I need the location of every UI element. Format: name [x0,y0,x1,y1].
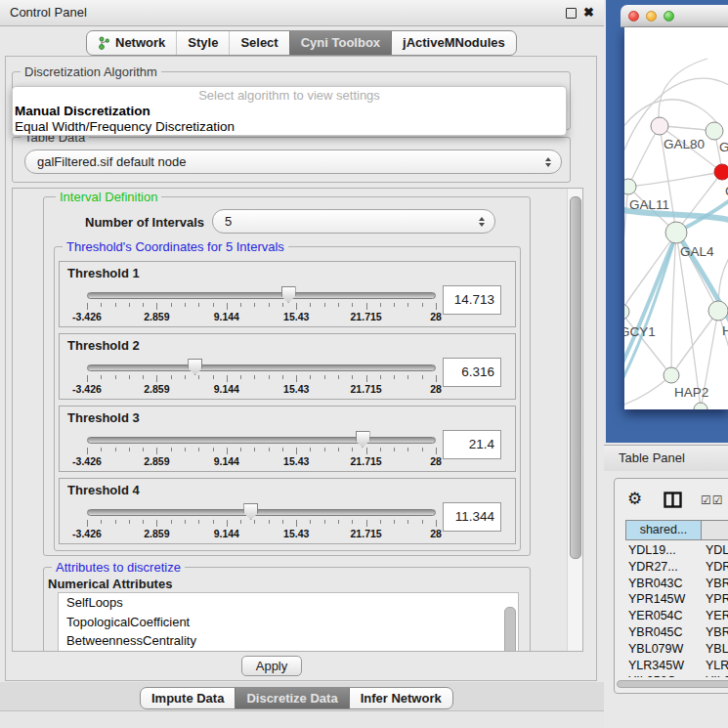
cell-name[interactable]: YIL0 [702,673,728,677]
tick-mark [171,520,172,524]
table-horizontal-scrollbar[interactable] [617,680,728,688]
tick-mark [156,448,157,454]
bottom-strip [0,711,604,728]
tick-mark [282,303,283,307]
cell-shared-name[interactable]: YER054C [625,608,702,624]
tick-mark [324,448,325,451]
threshold-value-field[interactable]: 21.4 [443,430,501,459]
network-node[interactable] [651,117,668,135]
close-icon[interactable]: ✖ [583,5,594,20]
tick-mark [171,375,172,379]
table-row[interactable]: YDR27...YDR2 [625,559,728,576]
algorithm-option-equal-width[interactable]: Equal Width/Frequency Discretization [13,119,566,135]
slider-track[interactable] [87,509,436,516]
table-data-group: Table Data galFiltered.sif default node [12,137,571,183]
minimize-traffic-light[interactable] [646,11,657,21]
settings-scrollbar-thumb[interactable] [570,196,581,559]
network-window-titlebar[interactable] [621,5,728,27]
cell-shared-name[interactable]: YDR27... [625,559,702,576]
table-row[interactable]: YBL079WYBL0 [625,641,728,658]
network-node[interactable] [624,179,636,194]
tick-mark [143,375,144,379]
cell-name[interactable]: YER0 [702,608,728,624]
table-panel-titlebar: Table Panel [604,445,728,471]
cell-shared-name[interactable]: YBR045C [625,624,702,641]
cell-shared-name[interactable]: YPR145W [625,591,702,608]
table-row[interactable]: YBR045CYBR0 [625,624,728,641]
list-item[interactable]: TopologicalCoefficient [59,613,518,632]
tab-impute-data[interactable]: Impute Data [141,688,235,708]
algorithm-option-manual[interactable]: Manual Discretization [13,104,566,119]
cell-name[interactable]: YDR2 [702,559,728,576]
slider-thumb[interactable] [188,359,202,375]
slider-track[interactable] [87,364,436,371]
gear-icon[interactable]: ⚙ [627,489,642,509]
tab-label: Select [240,31,278,55]
table-row[interactable]: YIL052CYIL0 [625,673,728,677]
num-intervals-combobox[interactable]: 5 [212,209,495,234]
network-canvas[interactable]: GAL80GACGAL11GAL4GCY1HHAP2 [624,27,728,409]
tick-mark [227,448,228,454]
column-header-name[interactable]: na [702,520,728,540]
slider-thumb[interactable] [281,286,296,303]
close-traffic-light[interactable] [628,11,639,21]
tick-mark [227,303,228,310]
slider-thumb[interactable] [356,431,370,448]
table-row[interactable]: YDL19...YDL1 [625,542,728,559]
tick-mark [296,448,297,454]
tab-cyni-toolbox[interactable]: Cyni Toolbox [289,31,391,55]
algorithm-dropdown-popup: Select algorithm to view settings Manual… [12,86,567,136]
tab-jactivemnodules[interactable]: jActiveMNodules [391,31,516,55]
cell-name[interactable]: YBR0 [702,624,728,641]
table-row[interactable]: YLR345WYLR3 [625,658,728,674]
threshold-sliders: Threshold 1-3.4262.8599.14415.4321.71528… [55,261,516,550]
list-item[interactable]: BetweennessCentrality [59,631,518,651]
cell-shared-name[interactable]: YLR345W [625,658,702,674]
list-scrollbar-thumb[interactable] [504,607,516,652]
table-row[interactable]: YBR043CYBR0 [625,576,728,592]
tab-select[interactable]: Select [229,31,288,55]
network-node[interactable] [706,122,723,140]
threshold-value-field[interactable]: 14.713 [443,285,501,315]
column-header-shared-name[interactable]: shared... [625,520,702,540]
apply-button[interactable]: Apply [241,656,302,676]
attributes-list[interactable]: SelfLoopsTopologicalCoefficientBetweenne… [58,592,519,652]
table-data-combobox[interactable]: galFiltered.sif default node [24,150,562,174]
cell-name[interactable]: YBR0 [702,576,728,592]
cell-name[interactable]: YPR1 [702,591,728,608]
cell-name[interactable]: YBL0 [702,641,728,658]
cell-shared-name[interactable]: YBL079W [625,641,702,658]
network-node[interactable] [664,367,679,383]
zoom-traffic-light[interactable] [664,11,674,21]
list-item[interactable]: SelfLoops [59,593,518,613]
tab-discretize-data[interactable]: Discretize Data [235,688,348,708]
tick-mark [338,303,339,307]
threshold-value-field[interactable]: 6.316 [443,358,501,387]
cell-shared-name[interactable]: YBR043C [625,576,702,592]
network-node[interactable] [694,403,707,409]
network-node[interactable] [714,164,728,180]
tick-mark [407,520,408,524]
column-checkbox-icons[interactable]: ☑☑ [701,493,724,507]
cell-name[interactable]: YLR3 [702,658,728,674]
float-window-icon[interactable] [566,8,577,19]
network-node[interactable] [624,304,629,320]
split-view-icon[interactable] [664,492,682,512]
tick-mark [143,448,144,451]
tab-network[interactable]: Network [87,31,176,55]
table-row[interactable]: YPR145WYPR1 [625,591,728,608]
slider-track[interactable] [87,437,436,444]
tab-style[interactable]: Style [176,31,229,55]
threshold-value-field[interactable]: 11.344 [443,502,501,532]
cell-shared-name[interactable]: YDL19... [625,542,702,559]
cell-name[interactable]: YDL1 [702,542,728,559]
tick-mark [143,303,144,307]
cell-shared-name[interactable]: YIL052C [625,673,702,677]
tab-infer-network[interactable]: Infer Network [349,688,452,708]
settings-scrollbar[interactable] [567,189,582,651]
table-row[interactable]: YER054CYER0 [625,608,728,624]
slider-thumb[interactable] [243,503,258,520]
network-node[interactable] [665,222,687,243]
slider-track[interactable] [87,292,436,299]
network-node[interactable] [708,301,728,321]
